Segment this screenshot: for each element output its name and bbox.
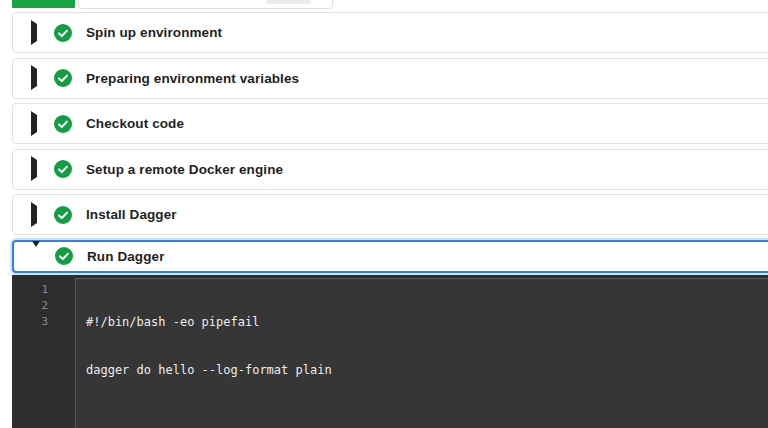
- chevron-right-icon: [31, 115, 43, 133]
- success-check-icon: [54, 69, 72, 87]
- step-label: Preparing environment variables: [86, 71, 299, 86]
- success-check-icon: [54, 24, 72, 42]
- line-number: 1: [12, 282, 48, 298]
- chevron-right-icon: [31, 24, 43, 42]
- code-line: [86, 410, 768, 426]
- code-line: #!/bin/bash -eo pipefail: [86, 314, 768, 330]
- line-number-gutter: 1 2 3: [12, 278, 48, 428]
- active-tab-indicator[interactable]: [12, 0, 75, 8]
- success-check-icon: [55, 247, 73, 265]
- line-number: 3: [12, 314, 48, 330]
- steps-list: Spin up environment Preparing environmen…: [0, 9, 768, 428]
- step-row-install-dagger[interactable]: Install Dagger: [12, 194, 768, 235]
- success-check-icon: [54, 160, 72, 178]
- step-row-preparing-environment-variables[interactable]: Preparing environment variables: [12, 58, 768, 99]
- success-check-icon: [54, 206, 72, 224]
- step-label: Checkout code: [86, 116, 184, 131]
- step-row-setup-remote-docker-engine[interactable]: Setup a remote Docker engine: [12, 149, 768, 190]
- step-row-spin-up-environment[interactable]: Spin up environment: [12, 12, 768, 53]
- script-box: #!/bin/bash -eo pipefail dagger do hello…: [75, 278, 768, 428]
- chevron-right-icon: [31, 206, 43, 224]
- toolbar: [0, 0, 768, 9]
- toolbar-button[interactable]: [266, 0, 311, 4]
- step-label: Run Dagger: [87, 249, 165, 264]
- line-number: 2: [12, 298, 48, 314]
- chevron-down-icon: [32, 247, 44, 265]
- terminal-output: 1 2 3 #!/bin/bash -eo pipefail dagger do…: [12, 275, 768, 428]
- code-line: dagger do hello --log-format plain: [86, 362, 768, 378]
- step-label: Spin up environment: [86, 25, 222, 40]
- step-row-checkout-code[interactable]: Checkout code: [12, 103, 768, 144]
- success-check-icon: [54, 115, 72, 133]
- step-label: Setup a remote Docker engine: [86, 162, 283, 177]
- script-block: 1 2 3 #!/bin/bash -eo pipefail dagger do…: [12, 278, 768, 428]
- chevron-right-icon: [31, 69, 43, 87]
- toolbar-panel: [78, 0, 333, 9]
- step-label: Install Dagger: [86, 207, 177, 222]
- chevron-right-icon: [31, 160, 43, 178]
- step-row-run-dagger[interactable]: Run Dagger: [12, 240, 768, 273]
